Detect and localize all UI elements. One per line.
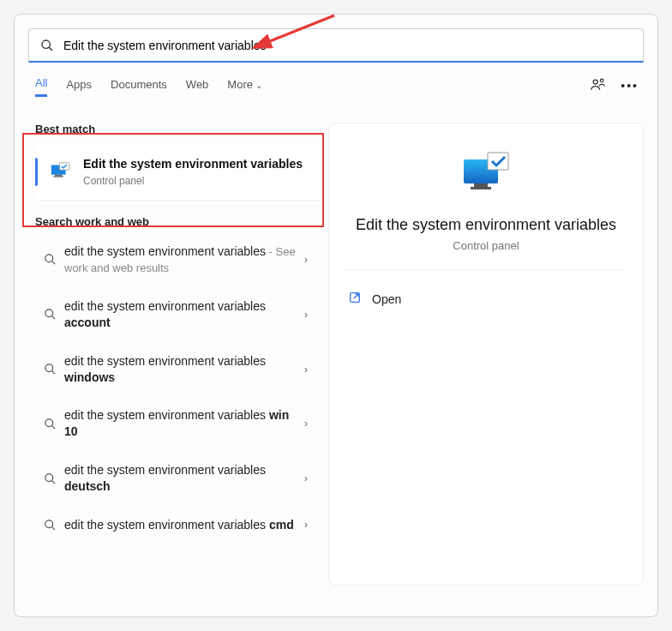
- open-label: Open: [372, 292, 401, 306]
- svg-line-14: [51, 370, 55, 374]
- search-work-web-header: Search work and web: [35, 215, 325, 228]
- preview-pane: Edit the system environment variables Co…: [328, 123, 644, 586]
- web-suggestion[interactable]: edit the system environment variables wi…: [35, 346, 325, 393]
- search-icon: [39, 38, 55, 53]
- preview-subtitle: Control panel: [453, 239, 519, 252]
- suggestion-text: edit the system environment variables - …: [64, 243, 304, 276]
- svg-point-11: [45, 309, 52, 317]
- web-suggestion[interactable]: edit the system environment variables - …: [35, 237, 325, 283]
- tab-apps[interactable]: Apps: [66, 78, 92, 96]
- chevron-right-icon: ›: [304, 519, 308, 531]
- best-match-subtitle: Control panel: [83, 174, 303, 188]
- search-icon: [35, 519, 64, 532]
- svg-line-16: [51, 425, 55, 429]
- chevron-right-icon: ›: [304, 364, 308, 376]
- svg-point-9: [45, 255, 52, 262]
- more-options-icon[interactable]: •••: [621, 80, 639, 92]
- svg-point-1: [42, 40, 50, 48]
- svg-point-17: [45, 473, 52, 481]
- web-suggestion[interactable]: edit the system environment variables wi…: [35, 400, 325, 447]
- svg-line-20: [51, 526, 55, 530]
- svg-rect-23: [471, 187, 491, 189]
- svg-point-3: [593, 80, 597, 84]
- open-external-icon: [348, 291, 362, 307]
- suggestion-text: edit the system environment variables de…: [64, 462, 304, 495]
- search-icon: [35, 253, 64, 266]
- search-icon: [35, 308, 64, 321]
- tab-more-label: More: [227, 78, 253, 91]
- suggestion-text: edit the system environment variables wi…: [64, 353, 304, 386]
- svg-rect-24: [488, 153, 508, 170]
- svg-line-2: [49, 47, 52, 51]
- tab-documents[interactable]: Documents: [111, 78, 167, 96]
- control-panel-system-icon-large: [459, 149, 513, 202]
- svg-rect-7: [54, 176, 63, 177]
- search-icon: [35, 472, 64, 485]
- control-panel-system-icon: [49, 160, 73, 184]
- best-match-header: Best match: [35, 123, 325, 135]
- chevron-right-icon: ›: [304, 418, 308, 430]
- search-input[interactable]: [63, 39, 633, 52]
- suggestion-text: edit the system environment variables wi…: [64, 407, 304, 440]
- web-suggestion[interactable]: edit the system environment variables de…: [35, 455, 325, 502]
- svg-rect-6: [55, 174, 62, 175]
- tab-all[interactable]: All: [35, 76, 47, 97]
- preview-title: Edit the system environment variables: [356, 216, 616, 234]
- suggestion-text: edit the system environment variables cm…: [64, 517, 304, 533]
- suggestion-text: edit the system environment variables ac…: [64, 298, 304, 331]
- svg-line-18: [51, 480, 55, 484]
- annotation-arrow: [240, 7, 343, 58]
- search-window: All Apps Documents Web More⌄ ••• Best ma…: [14, 14, 658, 617]
- chevron-right-icon: ›: [304, 254, 308, 266]
- chevron-right-icon: ›: [304, 309, 308, 321]
- svg-point-15: [45, 419, 52, 427]
- accounts-icon[interactable]: [590, 76, 607, 95]
- svg-point-4: [601, 79, 604, 82]
- chevron-right-icon: ›: [304, 472, 308, 484]
- chevron-down-icon: ⌄: [255, 81, 262, 90]
- open-action[interactable]: Open: [346, 285, 626, 312]
- svg-line-10: [51, 261, 55, 265]
- search-icon: [35, 418, 64, 430]
- svg-point-19: [45, 520, 52, 528]
- search-icon: [35, 363, 64, 376]
- svg-rect-22: [474, 183, 488, 187]
- svg-point-13: [45, 364, 52, 372]
- best-match-result[interactable]: Edit the system environment variables Co…: [35, 144, 325, 200]
- divider: [346, 269, 626, 270]
- web-suggestion[interactable]: edit the system environment variables ac…: [35, 291, 325, 338]
- best-match-title: Edit the system environment variables: [83, 156, 303, 172]
- svg-line-12: [51, 316, 55, 320]
- svg-line-0: [266, 15, 334, 43]
- tab-web[interactable]: Web: [186, 78, 209, 96]
- web-suggestion[interactable]: edit the system environment variables cm…: [35, 510, 325, 540]
- filter-tabs: All Apps Documents Web More⌄: [35, 76, 262, 97]
- tab-more[interactable]: More⌄: [227, 78, 262, 96]
